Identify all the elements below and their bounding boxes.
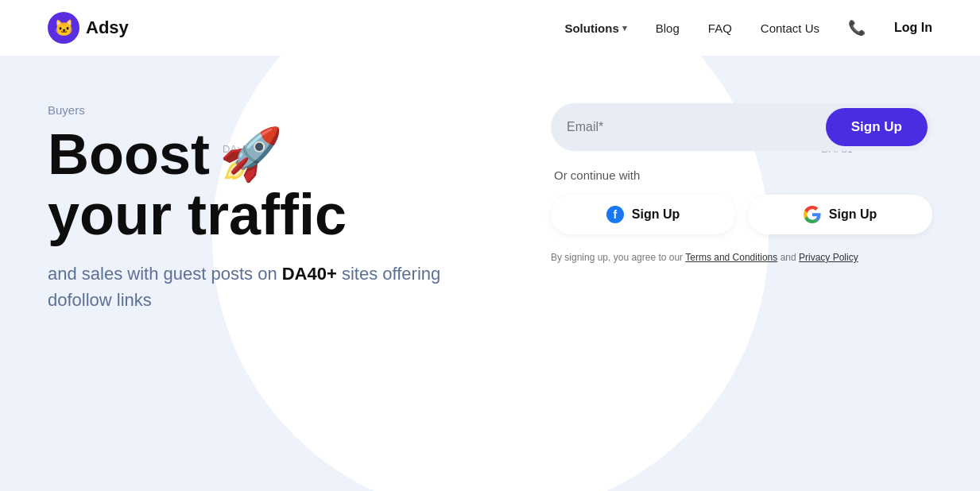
subheadline: and sales with guest posts on DA40+ site… [48, 261, 477, 313]
buyers-label: Buyers [48, 103, 477, 117]
google-signup-button[interactable]: Sign Up [748, 195, 932, 234]
nav-solutions[interactable]: Solutions ▾ [564, 21, 626, 35]
nav-contact[interactable]: Contact Us [761, 21, 819, 35]
terms-link[interactable]: Terms and Conditions [685, 252, 777, 263]
subheadline-plain: and sales with guest posts on [48, 264, 282, 284]
logo-icon: 🐱 [48, 12, 79, 44]
hero-left: Buyers Boost 🚀 your traffic and sales wi… [0, 56, 477, 491]
nav-faq[interactable]: FAQ [708, 21, 732, 35]
logo-text: Adsy [86, 17, 129, 38]
headline-traffic: your traffic [48, 185, 477, 246]
logo[interactable]: 🐱 Adsy [48, 12, 129, 44]
email-input[interactable] [567, 112, 826, 142]
nav: Solutions ▾ Blog FAQ Contact Us 📞 Log In [564, 19, 932, 37]
terms-text: By signing up, you agree to our Terms an… [551, 250, 932, 265]
facebook-signup-label: Sign Up [632, 207, 680, 222]
phone-icon[interactable]: 📞 [848, 19, 866, 37]
facebook-signup-button[interactable]: f Sign Up [551, 195, 735, 234]
privacy-link[interactable]: Privacy Policy [799, 252, 858, 263]
facebook-icon: f [606, 206, 624, 223]
login-link[interactable]: Log In [894, 21, 932, 35]
hero-section: DA: 54 DA: 31 Buyers Boost 🚀 your traffi… [0, 56, 980, 491]
header: 🐱 Adsy Solutions ▾ Blog FAQ Contact Us 📞… [0, 0, 980, 56]
nav-blog[interactable]: Blog [656, 21, 680, 35]
chevron-down-icon: ▾ [622, 23, 627, 33]
or-continue-text: Or continue with [551, 168, 932, 182]
email-row: Sign Up [551, 103, 932, 151]
signup-button[interactable]: Sign Up [826, 108, 928, 146]
headline-boost: Boost [48, 125, 210, 185]
signup-form: Sign Up Or continue with f Sign Up [551, 103, 932, 265]
google-signup-label: Sign Up [829, 207, 877, 222]
headline: Boost 🚀 your traffic [48, 125, 477, 245]
subheadline-bold: DA40+ [282, 264, 337, 284]
google-icon [804, 206, 821, 223]
rocket-emoji: 🚀 [219, 128, 283, 181]
social-row: f Sign Up Sign Up [551, 195, 932, 234]
